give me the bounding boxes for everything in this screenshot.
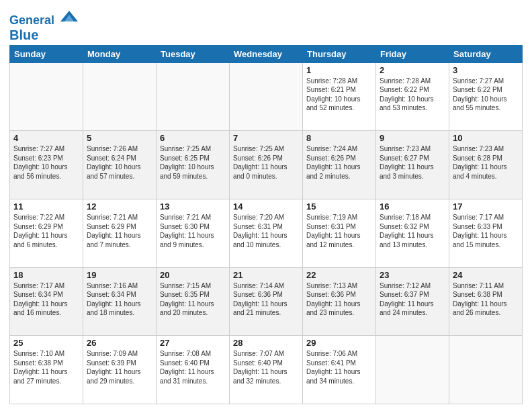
calendar-week-3: 11Sunrise: 7:22 AM Sunset: 6:29 PM Dayli…: [10, 199, 523, 268]
day-number: 15: [306, 201, 372, 212]
calendar-header-saturday: Saturday: [449, 45, 523, 62]
day-number: 11: [13, 201, 79, 212]
day-info: Sunrise: 7:13 AM Sunset: 6:36 PM Dayligh…: [306, 281, 372, 318]
day-number: 21: [233, 270, 299, 280]
calendar-cell: 24Sunrise: 7:11 AM Sunset: 6:38 PM Dayli…: [449, 267, 523, 336]
calendar-cell: 29Sunrise: 7:06 AM Sunset: 6:41 PM Dayli…: [303, 336, 376, 404]
day-info: Sunrise: 7:19 AM Sunset: 6:31 PM Dayligh…: [306, 213, 372, 249]
day-info: Sunrise: 7:25 AM Sunset: 6:26 PM Dayligh…: [233, 144, 299, 181]
calendar-cell: 12Sunrise: 7:21 AM Sunset: 6:29 PM Dayli…: [83, 199, 157, 268]
calendar-header-wednesday: Wednesday: [230, 45, 303, 62]
day-number: 29: [306, 338, 372, 348]
calendar-week-4: 18Sunrise: 7:17 AM Sunset: 6:34 PM Dayli…: [10, 267, 523, 336]
calendar-header-friday: Friday: [376, 45, 449, 62]
day-number: 7: [233, 133, 299, 143]
calendar-cell: [230, 62, 303, 131]
day-info: Sunrise: 7:28 AM Sunset: 6:22 PM Dayligh…: [380, 77, 445, 113]
calendar-cell: 16Sunrise: 7:18 AM Sunset: 6:32 PM Dayli…: [376, 199, 449, 268]
calendar-cell: 13Sunrise: 7:21 AM Sunset: 6:30 PM Dayli…: [157, 199, 230, 268]
calendar-cell: 17Sunrise: 7:17 AM Sunset: 6:33 PM Dayli…: [449, 199, 523, 268]
calendar-cell: 22Sunrise: 7:13 AM Sunset: 6:36 PM Dayli…: [303, 267, 376, 336]
calendar-cell: 5Sunrise: 7:26 AM Sunset: 6:24 PM Daylig…: [83, 131, 157, 199]
calendar-week-2: 4Sunrise: 7:27 AM Sunset: 6:23 PM Daylig…: [10, 131, 523, 199]
calendar-cell: 18Sunrise: 7:17 AM Sunset: 6:34 PM Dayli…: [10, 267, 83, 336]
day-number: 2: [380, 65, 445, 75]
calendar-cell: [10, 62, 83, 131]
calendar-cell: [83, 62, 157, 131]
logo-text: General: [9, 9, 79, 28]
calendar-cell: 9Sunrise: 7:23 AM Sunset: 6:27 PM Daylig…: [376, 131, 449, 199]
day-number: 1: [306, 65, 372, 75]
calendar-cell: 25Sunrise: 7:10 AM Sunset: 6:38 PM Dayli…: [10, 336, 83, 404]
day-number: 25: [13, 338, 79, 348]
day-number: 4: [13, 133, 79, 143]
day-info: Sunrise: 7:16 AM Sunset: 6:34 PM Dayligh…: [87, 281, 152, 318]
day-number: 16: [380, 201, 445, 212]
calendar-cell: 8Sunrise: 7:24 AM Sunset: 6:26 PM Daylig…: [303, 131, 376, 199]
day-number: 18: [13, 270, 79, 280]
day-number: 28: [233, 338, 299, 348]
logo-blue: Blue: [9, 28, 79, 42]
day-number: 5: [87, 133, 152, 143]
day-number: 9: [380, 133, 445, 143]
day-info: Sunrise: 7:12 AM Sunset: 6:37 PM Dayligh…: [380, 281, 445, 318]
logo: General Blue: [9, 9, 79, 42]
calendar-cell: [376, 336, 449, 404]
day-info: Sunrise: 7:09 AM Sunset: 6:39 PM Dayligh…: [87, 349, 152, 385]
day-number: 14: [233, 201, 299, 212]
calendar-header-monday: Monday: [83, 45, 157, 62]
day-info: Sunrise: 7:18 AM Sunset: 6:32 PM Dayligh…: [380, 213, 445, 249]
logo-icon: [59, 8, 79, 24]
day-info: Sunrise: 7:06 AM Sunset: 6:41 PM Dayligh…: [306, 349, 372, 385]
day-info: Sunrise: 7:26 AM Sunset: 6:24 PM Dayligh…: [87, 144, 152, 181]
day-number: 22: [306, 270, 372, 280]
calendar-cell: 14Sunrise: 7:20 AM Sunset: 6:31 PM Dayli…: [230, 199, 303, 268]
day-info: Sunrise: 7:23 AM Sunset: 6:27 PM Dayligh…: [380, 144, 445, 181]
calendar: SundayMondayTuesdayWednesdayThursdayFrid…: [9, 45, 523, 404]
calendar-cell: 21Sunrise: 7:14 AM Sunset: 6:36 PM Dayli…: [230, 267, 303, 336]
day-number: 24: [453, 270, 519, 280]
day-info: Sunrise: 7:08 AM Sunset: 6:40 PM Dayligh…: [160, 349, 226, 385]
day-info: Sunrise: 7:21 AM Sunset: 6:30 PM Dayligh…: [160, 213, 226, 249]
calendar-cell: 19Sunrise: 7:16 AM Sunset: 6:34 PM Dayli…: [83, 267, 157, 336]
day-info: Sunrise: 7:21 AM Sunset: 6:29 PM Dayligh…: [87, 213, 152, 249]
day-info: Sunrise: 7:07 AM Sunset: 6:40 PM Dayligh…: [233, 349, 299, 385]
header: General Blue: [9, 7, 523, 42]
day-number: 12: [87, 201, 152, 212]
calendar-cell: 23Sunrise: 7:12 AM Sunset: 6:37 PM Dayli…: [376, 267, 449, 336]
day-info: Sunrise: 7:23 AM Sunset: 6:28 PM Dayligh…: [453, 144, 519, 181]
calendar-cell: 1Sunrise: 7:28 AM Sunset: 6:21 PM Daylig…: [303, 62, 376, 131]
day-info: Sunrise: 7:10 AM Sunset: 6:38 PM Dayligh…: [13, 349, 79, 385]
day-number: 26: [87, 338, 152, 348]
day-info: Sunrise: 7:22 AM Sunset: 6:29 PM Dayligh…: [13, 213, 79, 249]
calendar-cell: 4Sunrise: 7:27 AM Sunset: 6:23 PM Daylig…: [10, 131, 83, 199]
calendar-cell: 28Sunrise: 7:07 AM Sunset: 6:40 PM Dayli…: [230, 336, 303, 404]
day-info: Sunrise: 7:20 AM Sunset: 6:31 PM Dayligh…: [233, 213, 299, 249]
calendar-cell: 27Sunrise: 7:08 AM Sunset: 6:40 PM Dayli…: [157, 336, 230, 404]
calendar-cell: 10Sunrise: 7:23 AM Sunset: 6:28 PM Dayli…: [449, 131, 523, 199]
calendar-cell: 26Sunrise: 7:09 AM Sunset: 6:39 PM Dayli…: [83, 336, 157, 404]
day-number: 19: [87, 270, 152, 280]
calendar-cell: 2Sunrise: 7:28 AM Sunset: 6:22 PM Daylig…: [376, 62, 449, 131]
day-info: Sunrise: 7:11 AM Sunset: 6:38 PM Dayligh…: [453, 281, 519, 318]
calendar-cell: [157, 62, 230, 131]
calendar-cell: 11Sunrise: 7:22 AM Sunset: 6:29 PM Dayli…: [10, 199, 83, 268]
day-number: 13: [160, 201, 226, 212]
day-number: 23: [380, 270, 445, 280]
calendar-header-thursday: Thursday: [303, 45, 376, 62]
day-info: Sunrise: 7:15 AM Sunset: 6:35 PM Dayligh…: [160, 281, 226, 318]
day-number: 3: [453, 65, 519, 75]
day-info: Sunrise: 7:17 AM Sunset: 6:33 PM Dayligh…: [453, 213, 519, 249]
day-info: Sunrise: 7:17 AM Sunset: 6:34 PM Dayligh…: [13, 281, 79, 318]
day-info: Sunrise: 7:27 AM Sunset: 6:23 PM Dayligh…: [13, 144, 79, 181]
calendar-cell: 20Sunrise: 7:15 AM Sunset: 6:35 PM Dayli…: [157, 267, 230, 336]
calendar-cell: [449, 336, 523, 404]
day-number: 17: [453, 201, 519, 212]
day-info: Sunrise: 7:28 AM Sunset: 6:21 PM Dayligh…: [306, 77, 372, 113]
day-number: 10: [453, 133, 519, 143]
calendar-header-tuesday: Tuesday: [157, 45, 230, 62]
day-info: Sunrise: 7:27 AM Sunset: 6:22 PM Dayligh…: [453, 77, 519, 113]
day-info: Sunrise: 7:24 AM Sunset: 6:26 PM Dayligh…: [306, 144, 372, 181]
calendar-header-sunday: Sunday: [10, 45, 83, 62]
day-info: Sunrise: 7:14 AM Sunset: 6:36 PM Dayligh…: [233, 281, 299, 318]
